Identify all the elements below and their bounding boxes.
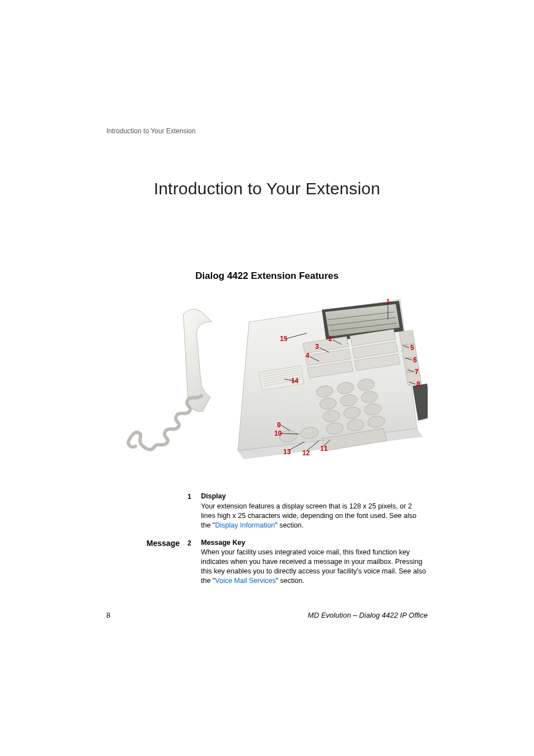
callout-2: 2 bbox=[329, 335, 332, 343]
callout-14: 14 bbox=[291, 377, 299, 385]
callout-7: 7 bbox=[415, 368, 419, 376]
callout-5: 5 bbox=[410, 344, 414, 352]
link-voice-mail-services[interactable]: Voice Mail Services bbox=[215, 577, 275, 585]
callout-9: 9 bbox=[277, 421, 281, 429]
feature-number: 2 bbox=[188, 538, 201, 586]
feature-left-label bbox=[106, 492, 188, 530]
feature-item-1: 1 Display Your extension features a disp… bbox=[106, 492, 428, 530]
running-header: Introduction to Your Extension bbox=[106, 127, 195, 135]
callout-3: 3 bbox=[315, 343, 319, 351]
feature-body-after: " section. bbox=[276, 577, 305, 585]
callout-6: 6 bbox=[413, 356, 417, 364]
feature-left-label: Message bbox=[106, 538, 188, 586]
phone-illustration: 1 2 3 4 5 6 7 8 9 10 11 12 13 14 15 bbox=[106, 294, 428, 459]
feature-item-2: Message 2 Message Key When your facility… bbox=[106, 538, 428, 586]
feature-body-after: " section. bbox=[275, 521, 303, 529]
callout-15: 15 bbox=[280, 335, 288, 343]
feature-title: Display bbox=[201, 492, 428, 501]
feature-title: Message Key bbox=[201, 538, 428, 548]
footer-model: MD Evolution – Dialog 4422 IP Office bbox=[308, 611, 428, 619]
link-display-information[interactable]: Display Information bbox=[215, 521, 275, 529]
callout-12: 12 bbox=[302, 449, 310, 457]
svg-marker-13 bbox=[399, 330, 415, 345]
callout-8: 8 bbox=[416, 380, 420, 388]
page-title: Introduction to Your Extension bbox=[0, 179, 534, 198]
callout-4: 4 bbox=[306, 352, 310, 360]
feature-number: 1 bbox=[188, 492, 201, 530]
phone-figure: 1 2 3 4 5 6 7 8 9 10 11 12 13 14 15 bbox=[106, 294, 428, 459]
section-title: Dialog 4422 Extension Features bbox=[0, 270, 534, 282]
page-number: 8 bbox=[106, 611, 110, 619]
callout-13: 13 bbox=[283, 448, 291, 456]
callout-1: 1 bbox=[386, 298, 390, 306]
